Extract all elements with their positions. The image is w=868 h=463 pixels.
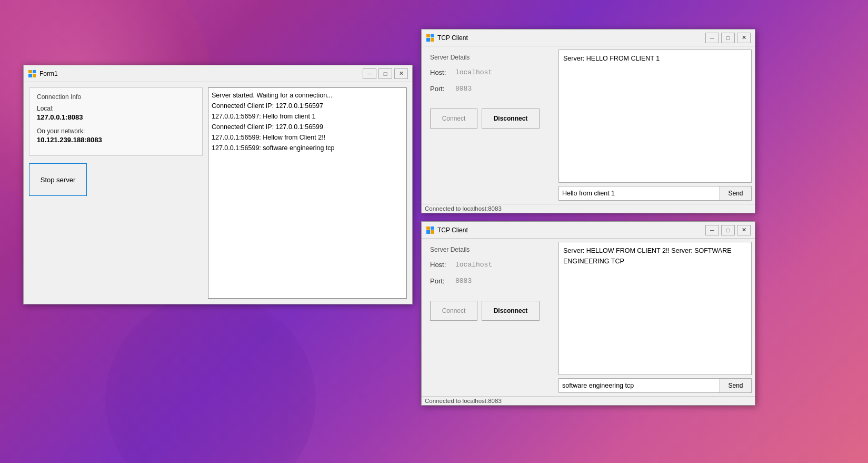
local-value: 127.0.0.1:8083: [37, 113, 195, 121]
local-label: Local:: [37, 105, 195, 112]
tcp-client-1-content: Server Details Host: localhost Port: 808…: [422, 46, 755, 204]
tcp-client-1-titlebar: TCP Client ─ □ ✕: [422, 29, 755, 46]
tcp-client-2-details-title: Server Details: [430, 246, 550, 253]
form1-title: Form1: [39, 70, 363, 77]
tcp-client-1-icon: [426, 34, 434, 42]
tcp-client-2-host-label: Host:: [430, 261, 451, 269]
tcp-client-1-disconnect-button[interactable]: Disconnect: [482, 109, 540, 129]
tcp-client-2-controls: ─ □ ✕: [705, 225, 751, 235]
tcp-client-1-host-row: Host: localhost: [430, 68, 550, 76]
tcp-client-2-server-details: Server Details Host: localhost Port: 808…: [422, 239, 558, 396]
tcp-client-1-close-button[interactable]: ✕: [737, 33, 751, 43]
tcp-client-2-host-value: localhost: [455, 261, 492, 269]
form1-icon: [28, 70, 36, 78]
tcp-client-1-server-details: Server Details Host: localhost Port: 808…: [422, 46, 558, 204]
tcp-client-1-maximize-button[interactable]: □: [721, 33, 735, 43]
form1-minimize-button[interactable]: ─: [363, 68, 376, 79]
tcp-client-2-maximize-button[interactable]: □: [721, 225, 735, 235]
form1-maximize-button[interactable]: □: [378, 68, 392, 79]
tcp-client-1-connect-button[interactable]: Connect: [430, 109, 477, 129]
tcp-client-2-window: TCP Client ─ □ ✕ Server Details Host: lo…: [421, 221, 755, 406]
tcp-client-2-titlebar: TCP Client ─ □ ✕: [422, 222, 755, 239]
server-log: Server started. Waiting for a connection…: [208, 87, 407, 299]
tcp-client-2-send-row: Send: [558, 378, 752, 393]
tcp-client-2-status: Connected to localhost:8083: [422, 396, 755, 405]
tcp-client-2-right-panel: Server: HELLOW FROM CLIENT 2!! Server: S…: [558, 239, 755, 396]
tcp-client-2-port-label: Port:: [430, 277, 451, 285]
tcp-client-1-host-label: Host:: [430, 68, 451, 76]
stop-server-button[interactable]: Stop server: [29, 163, 87, 196]
tcp-client-1-send-row: Send: [558, 186, 752, 201]
tcp-client-1-right-panel: Server: HELLO FROM CLIENT 1 Send: [558, 46, 755, 204]
tcp-client-2-host-row: Host: localhost: [430, 261, 550, 269]
network-label: On your network:: [37, 127, 195, 135]
connection-info-title: Connection Info: [37, 93, 195, 101]
tcp-client-2-icon: [426, 226, 434, 234]
tcp-client-2-disconnect-button[interactable]: Disconnect: [482, 301, 540, 321]
network-value: 10.121.239.188:8083: [37, 136, 195, 144]
form1-controls: ─ □ ✕: [363, 68, 408, 79]
tcp-client-2-port-value: 8083: [455, 277, 472, 285]
tcp-client-1-status: Connected to localhost:8083: [422, 204, 755, 213]
tcp-client-2-message-log: Server: HELLOW FROM CLIENT 2!! Server: S…: [558, 242, 752, 375]
connection-panel: Connection Info Local: 127.0.0.1:8083 On…: [29, 87, 203, 299]
tcp-client-2-send-input[interactable]: [558, 378, 720, 393]
tcp-client-1-details-title: Server Details: [430, 54, 550, 61]
tcp-client-2-btn-row: Connect Disconnect: [430, 301, 550, 321]
tcp-client-2-close-button[interactable]: ✕: [737, 225, 751, 235]
tcp-client-1-host-value: localhost: [455, 68, 492, 76]
form1-content: Connection Info Local: 127.0.0.1:8083 On…: [24, 82, 412, 304]
tcp-client-2-content: Server Details Host: localhost Port: 808…: [422, 239, 755, 396]
form1-close-button[interactable]: ✕: [394, 68, 408, 79]
tcp-client-1-port-value: 8083: [455, 85, 472, 93]
tcp-client-1-title: TCP Client: [437, 34, 705, 42]
tcp-client-2-minimize-button[interactable]: ─: [705, 225, 719, 235]
tcp-client-1-send-input[interactable]: [558, 186, 720, 201]
tcp-client-2-send-button[interactable]: Send: [720, 378, 752, 393]
tcp-client-2-title: TCP Client: [437, 226, 705, 234]
connection-info-box: Connection Info Local: 127.0.0.1:8083 On…: [29, 87, 203, 156]
tcp-client-1-minimize-button[interactable]: ─: [705, 33, 719, 43]
tcp-client-2-port-row: Port: 8083: [430, 277, 550, 285]
tcp-client-1-port-row: Port: 8083: [430, 85, 550, 93]
tcp-client-1-message-log: Server: HELLO FROM CLIENT 1: [558, 50, 752, 183]
tcp-client-1-window: TCP Client ─ □ ✕ Server Details Host: lo…: [421, 29, 755, 213]
tcp-client-1-send-button[interactable]: Send: [720, 186, 752, 201]
form1-window: Form1 ─ □ ✕ Connection Info Local: 127.0…: [23, 65, 413, 304]
tcp-client-1-btn-row: Connect Disconnect: [430, 109, 550, 129]
tcp-client-1-port-label: Port:: [430, 85, 451, 93]
tcp-client-2-connect-button[interactable]: Connect: [430, 301, 477, 321]
tcp-client-1-controls: ─ □ ✕: [705, 33, 751, 43]
form1-titlebar: Form1 ─ □ ✕: [24, 65, 412, 82]
